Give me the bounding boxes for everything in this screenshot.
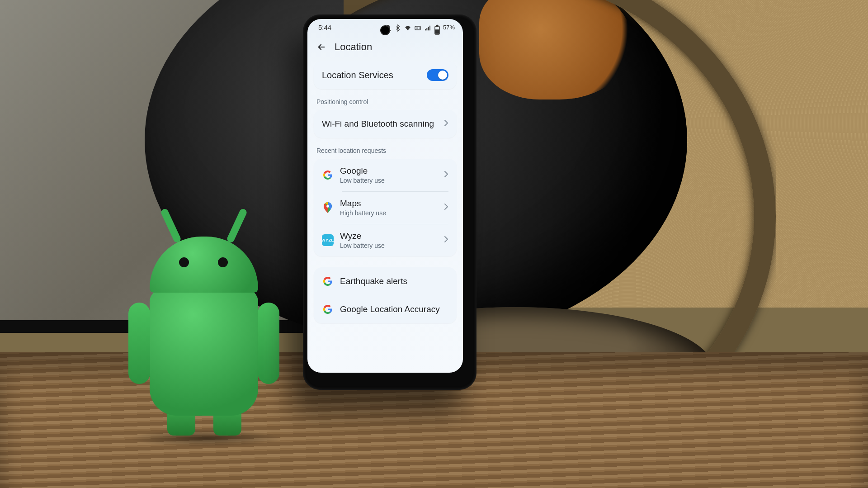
wifi-bluetooth-scanning-label: Wi-Fi and Bluetooth scanning xyxy=(322,119,434,129)
recent-app-subtitle: Low battery use xyxy=(340,177,438,184)
google-icon xyxy=(322,275,334,287)
svg-rect-4 xyxy=(435,30,439,33)
recent-app-name: Wyze xyxy=(340,231,438,241)
page-title: Location xyxy=(335,41,372,53)
android-figurine xyxy=(134,221,274,416)
svg-rect-3 xyxy=(436,25,438,26)
status-time: 5:44 xyxy=(318,24,331,31)
chevron-right-icon xyxy=(444,171,448,180)
wyze-icon: WYZE xyxy=(322,234,334,246)
location-services-card: Earthquake alertsGoogle Location Accurac… xyxy=(314,267,457,323)
phone-screen: 5:44 xyxy=(307,19,463,373)
location-service-label: Google Location Accuracy xyxy=(340,304,440,314)
location-service-label: Earthquake alerts xyxy=(340,276,407,286)
settings-header: Location xyxy=(307,34,463,61)
location-services-label: Location Services xyxy=(322,70,393,81)
section-label-recent: Recent location requests xyxy=(314,147,457,159)
location-services-switch[interactable] xyxy=(427,69,448,81)
recent-app-subtitle: Low battery use xyxy=(340,242,438,249)
maps-icon xyxy=(322,202,334,213)
recent-app-subtitle: High battery use xyxy=(340,209,438,217)
phone-frame: 5:44 xyxy=(303,14,476,390)
google-icon xyxy=(322,169,334,181)
location-service-row[interactable]: Earthquake alerts xyxy=(314,267,457,295)
chevron-right-icon xyxy=(444,203,448,213)
google-icon xyxy=(322,303,334,315)
recent-app-name: Google xyxy=(340,166,438,176)
chevron-right-icon xyxy=(444,119,448,129)
wifi-bluetooth-scanning-row[interactable]: Wi-Fi and Bluetooth scanning xyxy=(314,110,457,138)
bluetooth-icon xyxy=(394,24,401,31)
battery-icon xyxy=(434,24,440,31)
camera-notch xyxy=(380,25,390,35)
recent-app-name: Maps xyxy=(340,199,438,208)
vowifi-icon xyxy=(414,24,421,31)
wifi-icon xyxy=(404,24,411,31)
recent-app-row[interactable]: MapsHigh battery use xyxy=(314,191,457,224)
recent-requests-card: GoogleLow battery useMapsHigh battery us… xyxy=(314,159,457,256)
recent-app-row[interactable]: WYZEWyzeLow battery use xyxy=(314,224,457,256)
status-right-icons: 57% xyxy=(384,24,455,31)
signal-icon xyxy=(424,24,431,31)
recent-app-row[interactable]: GoogleLow battery use xyxy=(314,159,457,191)
battery-percent: 57% xyxy=(443,24,455,31)
positioning-card: Wi-Fi and Bluetooth scanning xyxy=(314,110,457,138)
back-button[interactable] xyxy=(316,42,326,52)
location-service-row[interactable]: Google Location Accuracy xyxy=(314,295,457,323)
section-label-positioning: Positioning control xyxy=(314,98,457,110)
location-services-toggle-row[interactable]: Location Services xyxy=(314,61,457,89)
photo-scene: 5:44 xyxy=(0,0,868,488)
chevron-right-icon xyxy=(444,236,448,245)
